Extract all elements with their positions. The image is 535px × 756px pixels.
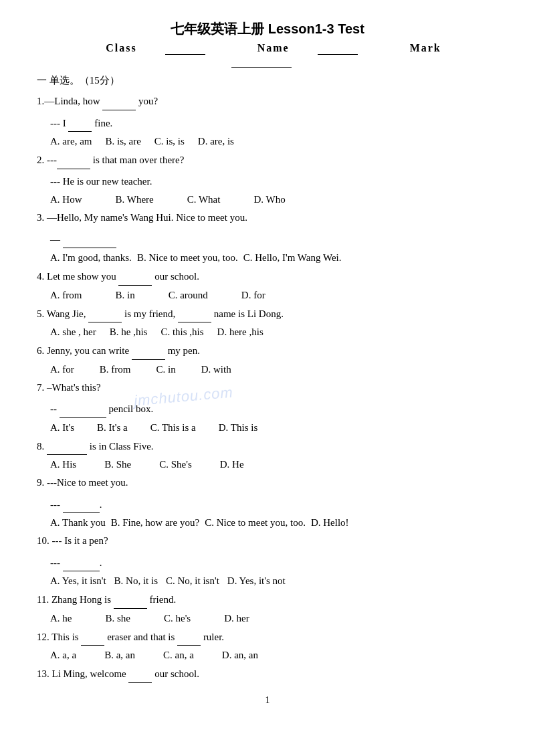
q1-sub: --- I fine. <box>50 114 498 132</box>
section1-header: 一 单选。（15分） <box>37 74 498 87</box>
q9-options: A. Thank you B. Fine, how are you? C. Ni… <box>50 517 498 529</box>
q6-opt-b: B. from <box>100 364 131 375</box>
q3-blank-line: — <box>50 231 498 249</box>
q4-opt-a: A. from <box>50 290 82 301</box>
q10-sub: --- . <box>50 554 498 572</box>
q7-options: A. It's B. It's a C. This is a D. This i… <box>50 422 498 434</box>
question-2: 2. --- is that man over there? <box>37 151 498 169</box>
question-3: 3. —Hello, My name's Wang Hui. Nice to m… <box>37 209 498 227</box>
q7-opt-d: D. This is <box>219 422 257 434</box>
q12-opt-d: D. an, an <box>222 650 258 661</box>
q5-options: A. she , her B. he ,his C. this ,his D. … <box>50 326 498 338</box>
q11-options: A. he B. she C. he's D. her <box>50 613 498 624</box>
q9-sub: --- . <box>50 496 498 514</box>
q6-options: A. for B. from C. in D. with <box>50 364 498 375</box>
q10-opt-d: D. Yes, it's not <box>227 575 286 587</box>
q11-opt-d: D. her <box>224 613 249 624</box>
q11-opt-c: C. he's <box>164 613 191 624</box>
q3-opt-a: A. I'm good, thanks. <box>50 252 132 264</box>
question-4: 4. Let me show you our school. <box>37 268 498 286</box>
q8-opt-d: D. He <box>220 459 244 470</box>
question-5: 5. Wang Jie, is my friend, name is Li Do… <box>37 305 498 323</box>
q7-sub: -- pencil box. <box>50 400 498 418</box>
q4-opt-c: C. around <box>169 290 208 301</box>
q11-opt-b: B. she <box>106 613 131 624</box>
q10-options: A. Yes, it isn't B. No, it is C. No, it … <box>50 575 498 587</box>
q8-opt-b: B. She <box>104 459 131 470</box>
q2-opt-b: B. Where <box>116 194 154 205</box>
q3-opt-b: B. Nice to meet you, too. <box>137 252 238 264</box>
q6-opt-c: C. in <box>156 364 176 375</box>
question-1: 1.—Linda, how you? <box>37 92 498 110</box>
q10-opt-a: A. Yes, it isn't <box>50 575 106 587</box>
q12-opt-c: C. an, a <box>163 650 194 661</box>
q6-opt-a: A. for <box>50 364 74 375</box>
q8-options: A. His B. She C. She's D. He <box>50 459 498 470</box>
page-title: 七年级英语上册 Lesson1-3 Test <box>37 20 498 38</box>
question-13: 13. Li Ming, welcome our school. <box>37 665 498 683</box>
question-8: 8. is in Class Five. <box>37 438 498 456</box>
class-label: Class <box>94 42 217 54</box>
q2-opt-d: D. Who <box>253 194 285 205</box>
q9-opt-c: C. Nice to meet you, too. <box>205 517 306 529</box>
q2-sub: --- He is our new teacher. <box>50 173 498 191</box>
q7-opt-b: B. It's a <box>97 422 128 434</box>
q1-opt-d: D. are, is <box>198 136 234 147</box>
q6-opt-d: D. with <box>201 364 231 375</box>
q1-text: 1.—Linda, how you? <box>37 96 158 106</box>
q1-opt-c: C. is, is <box>154 136 185 147</box>
q5-opt-c: C. this ,his <box>160 326 203 338</box>
q4-opt-b: B. in <box>116 290 135 301</box>
q2-opt-a: A. How <box>50 194 82 205</box>
q4-options: A. from B. in C. around D. for <box>50 290 498 301</box>
q12-opt-b: B. a, an <box>104 650 135 661</box>
q12-opt-a: A. a, a <box>50 650 76 661</box>
question-6: 6. Jenny, you can write my pen. <box>37 342 498 360</box>
q5-opt-a: A. she , her <box>50 326 96 338</box>
q7-opt-c: C. This is a <box>150 422 196 434</box>
q11-opt-a: A. he <box>50 613 72 624</box>
q1-opt-a: A. are, am <box>50 136 92 147</box>
q8-opt-a: A. His <box>50 459 76 470</box>
q7-opt-a: A. It's <box>50 422 74 434</box>
q2-options: A. How B. Where C. What D. Who <box>50 194 498 205</box>
q9-opt-b: B. Fine, how are you? <box>111 517 199 529</box>
q10-opt-c: C. No, it isn't <box>166 575 219 587</box>
question-12: 12. This is eraser and that is ruler. <box>37 628 498 646</box>
q5-opt-b: B. he ,his <box>110 326 148 338</box>
q3-options: A. I'm good, thanks. B. Nice to meet you… <box>50 252 498 264</box>
q3-opt-c: C. Hello, I'm Wang Wei. <box>243 252 342 264</box>
q1-options: A. are, am B. is, are C. is, is D. are, … <box>50 136 498 147</box>
question-10: 10. --- Is it a pen? <box>37 533 498 550</box>
q12-options: A. a, a B. a, an C. an, a D. an, an <box>50 650 498 661</box>
q9-opt-d: D. Hello! <box>311 517 349 529</box>
q5-opt-d: D. here ,his <box>217 326 263 338</box>
header-line: Class Name Mark <box>37 42 498 68</box>
q2-opt-c: C. What <box>187 194 221 205</box>
q4-opt-d: D. for <box>241 290 265 301</box>
q1-opt-b: B. is, are <box>105 136 140 147</box>
question-7: 7. –What's this? <box>37 379 498 397</box>
q10-opt-b: B. No, it is <box>114 575 158 587</box>
question-9: 9. ---Nice to meet you. <box>37 474 498 492</box>
page-number: 1 <box>37 695 498 706</box>
name-label: Name <box>245 42 370 54</box>
q8-opt-c: C. She's <box>159 459 192 470</box>
q9-opt-a: A. Thank you <box>50 517 106 529</box>
question-11: 11. Zhang Hong is friend. <box>37 591 498 609</box>
